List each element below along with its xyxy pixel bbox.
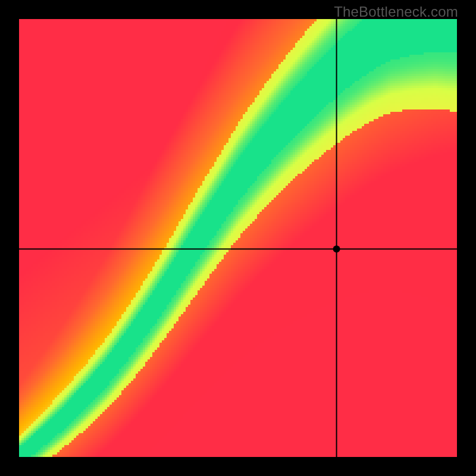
attribution-text: TheBottleneck.com — [334, 4, 458, 20]
heatmap-plot — [19, 19, 457, 457]
chart-container: TheBottleneck.com — [0, 0, 476, 476]
heatmap-canvas — [19, 19, 457, 457]
